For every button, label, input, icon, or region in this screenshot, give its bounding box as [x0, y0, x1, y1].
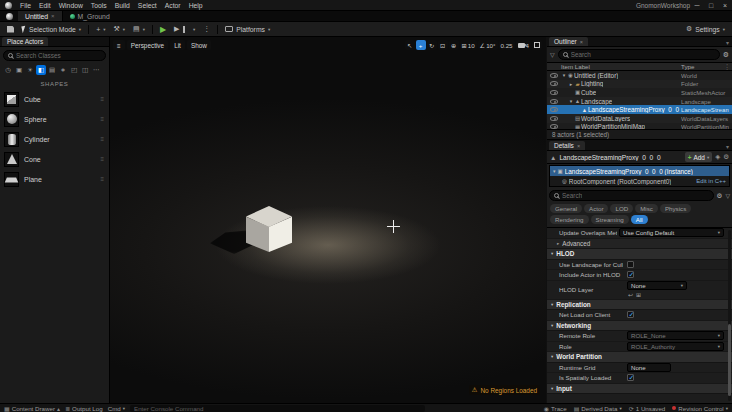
console-command-input[interactable]: Enter Console Command	[130, 405, 425, 412]
menu-file[interactable]: File	[16, 2, 35, 9]
volumes-category-icon[interactable]	[80, 65, 90, 75]
column-item-label[interactable]: Item Label	[547, 63, 590, 70]
add-component-button[interactable]: + Add ▾	[685, 152, 712, 162]
maximize-viewport-button[interactable]	[532, 40, 542, 50]
list-item-cone[interactable]: Cone ≡	[0, 149, 109, 169]
content-drawer-button[interactable]: ▦ Content Drawer ▴	[4, 405, 60, 412]
component-row-instance[interactable]: ▾ ▣ LandscapeStreamingProxy_0_0_0 (Insta…	[550, 166, 729, 176]
tab-asset-mground[interactable]: M_Ground	[63, 11, 117, 21]
filter-actor[interactable]: Actor	[584, 204, 608, 213]
details-search-input[interactable]: Search	[549, 190, 714, 201]
close-icon[interactable]: ×	[577, 143, 580, 149]
table-row[interactable]: ▸ ▰ Lighting Folder	[547, 80, 732, 89]
menu-window[interactable]: Window	[55, 2, 87, 9]
details-view-options-icon[interactable]: ⚙	[717, 192, 723, 200]
convert-to-blueprint-icon[interactable]: ◈	[715, 153, 720, 161]
outliner-search-input[interactable]: Search	[558, 49, 720, 60]
rotate-tool-button[interactable]: ↻	[427, 40, 437, 50]
filter-misc[interactable]: Misc	[635, 204, 658, 213]
list-item-cube[interactable]: Cube ≡	[0, 89, 109, 109]
rotation-snap-toggle[interactable]: ∠10°	[478, 40, 498, 50]
menu-help[interactable]: Help	[185, 2, 207, 9]
scale-snap-toggle[interactable]: 0.25	[499, 40, 515, 50]
lights-category-icon[interactable]	[25, 65, 35, 75]
settings-dropdown[interactable]: ⚙ Settings ▾	[683, 24, 728, 35]
move-tool-button[interactable]: +	[416, 40, 426, 50]
list-item-plane[interactable]: Plane ≡	[0, 169, 109, 189]
editor-menu-icon[interactable]	[0, 11, 18, 21]
use-landscape-checkbox[interactable]	[627, 261, 634, 268]
close-icon[interactable]: ×	[580, 39, 583, 45]
include-actor-hlod-checkbox[interactable]	[627, 271, 634, 278]
advanced-expander[interactable]: ▸ Advanced	[547, 239, 732, 250]
menu-build[interactable]: Build	[111, 2, 134, 9]
drag-handle-icon[interactable]: ≡	[100, 136, 105, 142]
section-world-partition[interactable]: ▾ World Partition	[547, 352, 732, 363]
tab-details[interactable]: Details ×	[549, 141, 585, 150]
blueprints-button[interactable]: ⚒▾	[110, 24, 128, 35]
edit-in-cpp-link[interactable]: Edit in C++	[696, 178, 726, 184]
panel-options-icon[interactable]: ▾	[726, 143, 732, 150]
role-dropdown[interactable]: ROLE_Authority ▾	[627, 342, 724, 351]
table-row[interactable]: ▾ ◉ Untitled (Editor) World	[547, 71, 732, 80]
save-button[interactable]	[4, 24, 17, 35]
list-item-cylinder[interactable]: Cylinder ≡	[0, 129, 109, 149]
shapes-category-icon[interactable]	[36, 65, 46, 75]
grid-snap-toggle[interactable]: ⊞10	[460, 40, 477, 50]
show-dropdown[interactable]: Show	[187, 40, 211, 50]
geometry-category-icon[interactable]	[69, 65, 79, 75]
section-hlod[interactable]: ▾ HLOD	[547, 249, 732, 260]
visibility-eye-icon[interactable]	[550, 107, 558, 112]
quick-add-button[interactable]: +▾	[93, 24, 108, 35]
filter-general[interactable]: General	[550, 204, 582, 213]
section-replication[interactable]: ▾ Replication	[547, 300, 732, 311]
hlod-layer-dropdown[interactable]: None ▾	[627, 281, 687, 290]
recently-placed-icon[interactable]	[3, 65, 13, 75]
section-networking[interactable]: ▾ Networking	[547, 321, 732, 332]
play-options-button[interactable]: ▾	[190, 24, 198, 35]
viewport-options-button[interactable]: ≡	[113, 40, 125, 50]
table-row[interactable]: ▣ Cube StaticMeshActor	[547, 88, 732, 97]
menu-select[interactable]: Select	[134, 2, 161, 9]
details-scrollbar[interactable]	[728, 230, 731, 401]
tab-place-actors[interactable]: Place Actors	[2, 37, 48, 46]
update-overlaps-dropdown[interactable]: Use Config Default ▾	[619, 228, 724, 237]
scene-cube-mesh[interactable]	[246, 206, 292, 254]
cinematic-category-icon[interactable]	[47, 65, 57, 75]
drag-handle-icon[interactable]: ≡	[100, 116, 105, 122]
close-icon[interactable]: ×	[51, 13, 55, 19]
menu-actor[interactable]: Actor	[161, 2, 185, 9]
column-type[interactable]: Type	[681, 63, 694, 70]
cmd-dropdown[interactable]: Cmd ▾	[108, 405, 125, 412]
filter-lod[interactable]: LOD	[610, 204, 633, 213]
frame-skip-button[interactable]: ▶	[171, 24, 188, 35]
play-kebab-button[interactable]: ⋮	[200, 24, 213, 35]
trace-button[interactable]: ◉ Trace	[544, 405, 567, 412]
panel-options-icon[interactable]: ▾	[726, 39, 732, 46]
outliner-column-header[interactable]: Item Label Type ⋮	[547, 62, 732, 71]
basic-category-icon[interactable]	[14, 65, 24, 75]
filter-funnel-icon[interactable]: ▽	[550, 51, 555, 58]
visibility-eye-icon[interactable]	[550, 116, 558, 121]
view-mode-dropdown[interactable]: Lit	[170, 40, 185, 50]
all-classes-category-icon[interactable]	[91, 65, 101, 75]
table-row[interactable]: ▾ ▲ Landscape Landscape	[547, 97, 732, 106]
filter-streaming[interactable]: Streaming	[591, 215, 629, 224]
visibility-eye-icon[interactable]	[550, 124, 558, 129]
section-input[interactable]: ▾ Input	[547, 384, 732, 395]
revision-control-button[interactable]: Revision Control ▾	[672, 405, 728, 412]
camera-speed-button[interactable]: 4	[516, 40, 531, 50]
visibility-eye-icon[interactable]	[550, 99, 558, 104]
unsaved-button[interactable]: ⟳ 1 Unsaved	[629, 405, 666, 412]
spatially-loaded-checkbox[interactable]	[627, 374, 634, 381]
filter-funnel-icon[interactable]: ▽	[725, 192, 730, 199]
tab-outliner[interactable]: Outliner ×	[549, 37, 588, 46]
visual-effects-category-icon[interactable]	[58, 65, 68, 75]
close-button[interactable]: ×	[718, 0, 732, 11]
visibility-eye-icon[interactable]	[550, 73, 558, 78]
component-row-root[interactable]: ◎ RootComponent (RootComponent0) Edit in…	[550, 176, 729, 186]
select-tool-button[interactable]: ↖	[405, 40, 415, 50]
menu-edit[interactable]: Edit	[35, 2, 55, 9]
runtime-grid-field[interactable]: None	[627, 363, 671, 372]
menu-tools[interactable]: Tools	[87, 2, 111, 9]
